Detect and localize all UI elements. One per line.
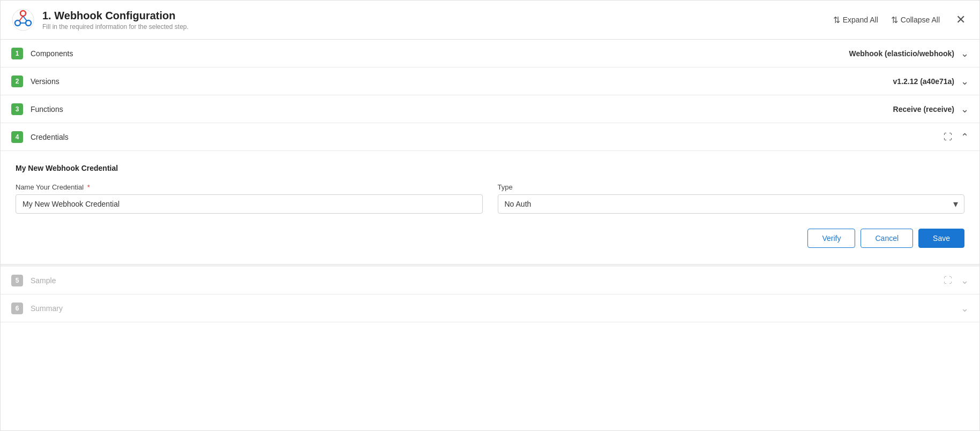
chevron-down-icon: ⌄ [961,75,969,87]
chevron-up-icon: ⌃ [961,131,969,143]
required-star: * [87,183,90,191]
section-actions-components: ⌄ [961,48,969,59]
collapse-all-label: Collapse All [901,16,940,24]
chevron-down-icon: ⌄ [961,103,969,115]
form-group-type: Type No Auth Basic Auth OAuth2 ▾ [498,183,965,214]
type-select-wrapper: No Auth Basic Auth OAuth2 ▾ [498,194,965,214]
svg-point-2 [15,20,20,26]
svg-point-3 [26,20,31,26]
panel-title: 1. Webhook Configuration [42,10,826,22]
webhook-config-panel: 1. Webhook Configuration Fill in the req… [0,0,980,431]
chevron-down-icon-sample: ⌄ [961,275,969,286]
credentials-panel-title: My New Webhook Credential [16,164,964,172]
step-badge-3: 3 [11,103,23,115]
section-sample[interactable]: 5 Sample ⛶ ⌄ [1,267,979,294]
fullscreen-icon-sample: ⛶ [944,276,952,285]
cancel-button[interactable]: Cancel [861,229,913,248]
panel-subtitle: Fill in the required information for the… [42,23,826,31]
svg-point-0 [12,9,34,31]
close-button[interactable]: ✕ [953,12,969,28]
app-logo [11,8,35,32]
save-button[interactable]: Save [918,229,964,248]
svg-line-4 [19,16,23,21]
section-label-credentials: Credentials [31,133,944,141]
header-title-block: 1. Webhook Configuration Fill in the req… [42,10,826,31]
step-badge-1: 1 [11,48,23,59]
form-actions: Verify Cancel Save [16,229,964,248]
section-versions[interactable]: 2 Versions v1.2.12 (a40e71a) ⌄ [1,67,979,95]
expand-all-button[interactable]: ⇅ Expand All [833,15,878,25]
chevron-down-icon-summary: ⌄ [961,303,969,314]
panel-header: 1. Webhook Configuration Fill in the req… [1,1,979,40]
section-label-functions: Functions [31,105,893,114]
fullscreen-icon: ⛶ [944,132,952,142]
section-components[interactable]: 1 Components Webhook (elasticio/webhook)… [1,40,979,67]
section-actions-sample: ⛶ ⌄ [944,275,969,286]
expand-all-label: Expand All [843,16,878,24]
section-label-components: Components [31,49,849,58]
collapse-all-button[interactable]: ⇅ Collapse All [891,15,940,25]
credentials-form: My New Webhook Credential Name Your Cred… [1,151,979,264]
section-value-functions: Receive (receive) [893,105,954,114]
step-badge-2: 2 [11,75,23,87]
type-label: Type [498,183,965,191]
section-actions-versions: ⌄ [961,75,969,87]
credential-name-input[interactable] [16,194,483,214]
section-label-summary: Summary [31,304,961,313]
section-value-components: Webhook (elasticio/webhook) [849,49,954,58]
expand-all-icon: ⇅ [833,15,840,25]
form-group-name: Name Your Credential * [16,183,483,214]
step-badge-4: 4 [11,131,23,143]
step-badge-5: 5 [11,275,23,286]
section-label-versions: Versions [31,77,893,86]
header-actions: ⇅ Expand All ⇅ Collapse All ✕ [833,12,969,28]
type-select[interactable]: No Auth Basic Auth OAuth2 [498,194,965,214]
section-functions[interactable]: 3 Functions Receive (receive) ⌄ [1,95,979,123]
section-summary[interactable]: 6 Summary ⌄ [1,294,979,322]
verify-button[interactable]: Verify [807,229,855,248]
form-row-main: Name Your Credential * Type No Auth Basi… [16,183,964,214]
svg-line-5 [23,16,27,21]
section-actions-credentials: ⛶ ⌃ [944,131,969,143]
section-credentials[interactable]: 4 Credentials ⛶ ⌃ [1,123,979,151]
section-actions-summary: ⌄ [961,303,969,314]
section-value-versions: v1.2.12 (a40e71a) [893,77,954,86]
chevron-down-icon: ⌄ [961,48,969,59]
svg-point-1 [20,11,26,16]
collapse-all-icon: ⇅ [891,15,898,25]
section-label-sample: Sample [31,276,944,285]
step-badge-6: 6 [11,303,23,314]
section-actions-functions: ⌄ [961,103,969,115]
name-label: Name Your Credential * [16,183,483,191]
